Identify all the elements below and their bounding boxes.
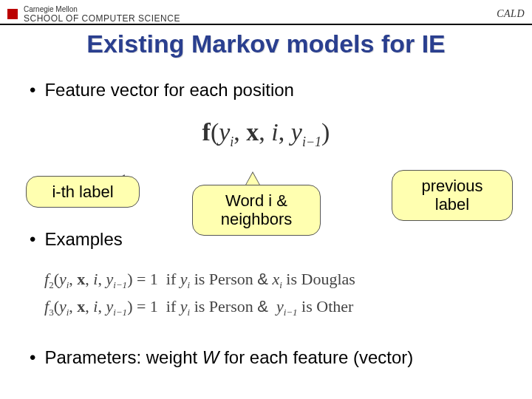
params-w: W bbox=[202, 347, 219, 367]
callout-ith-label: i-th label bbox=[26, 176, 140, 208]
bullet-parameters: • Parameters: weight W for each feature … bbox=[30, 347, 502, 368]
bullet-dot-icon: • bbox=[30, 229, 35, 250]
bullet-feature-vector: Feature vector for each position bbox=[30, 80, 502, 100]
bullet-examples-text: Examples bbox=[44, 229, 122, 250]
callout-previous-label: previous label bbox=[392, 170, 513, 221]
slide-header: Carnegie Mellon SCHOOL OF COMPUTER SCIEN… bbox=[7, 4, 525, 24]
params-prefix: Parameters: weight bbox=[44, 347, 202, 367]
formula-open: ( bbox=[211, 118, 219, 146]
cmu-name: Carnegie Mellon bbox=[24, 5, 180, 13]
example-f3: f3(yi, x, i, yi−1) = 1 if yi is Person &… bbox=[44, 293, 502, 321]
header-left: Carnegie Mellon SCHOOL OF COMPUTER SCIEN… bbox=[7, 5, 180, 24]
example-f2: f2(yi, x, i, yi−1) = 1 if yi is Person &… bbox=[44, 266, 502, 293]
school-name: SCHOOL OF COMPUTER SCIENCE bbox=[24, 13, 180, 24]
formula-main: f(yi, x, i, yi−1) bbox=[0, 118, 532, 150]
formula-args: yi, x, i, yi−1 bbox=[219, 118, 321, 146]
formula-close: ) bbox=[321, 118, 330, 146]
bullet-dot-icon bbox=[30, 80, 35, 100]
bullet-parameters-text: Parameters: weight W for each feature (v… bbox=[44, 347, 413, 368]
bullet-examples: • Examples bbox=[30, 229, 123, 250]
formula-fn: f bbox=[202, 118, 211, 146]
cald-logo-text: CALD bbox=[497, 8, 525, 20]
slide-title: Existing Markov models for IE bbox=[0, 30, 532, 58]
example-formulas: f2(yi, x, i, yi−1) = 1 if yi is Person &… bbox=[44, 266, 502, 321]
cmu-logo-icon bbox=[7, 9, 18, 19]
slide: Carnegie Mellon SCHOOL OF COMPUTER SCIEN… bbox=[0, 0, 532, 399]
header-divider bbox=[0, 24, 532, 25]
bullet-dot-icon: • bbox=[30, 347, 35, 368]
bullet-feature-vector-text: Feature vector for each position bbox=[44, 80, 294, 100]
params-suffix: for each feature (vector) bbox=[219, 347, 413, 367]
slide-body: Feature vector for each position bbox=[30, 80, 502, 108]
header-left-text: Carnegie Mellon SCHOOL OF COMPUTER SCIEN… bbox=[24, 5, 180, 24]
callout-word-neighbors: Word i & neighbors bbox=[192, 185, 321, 236]
